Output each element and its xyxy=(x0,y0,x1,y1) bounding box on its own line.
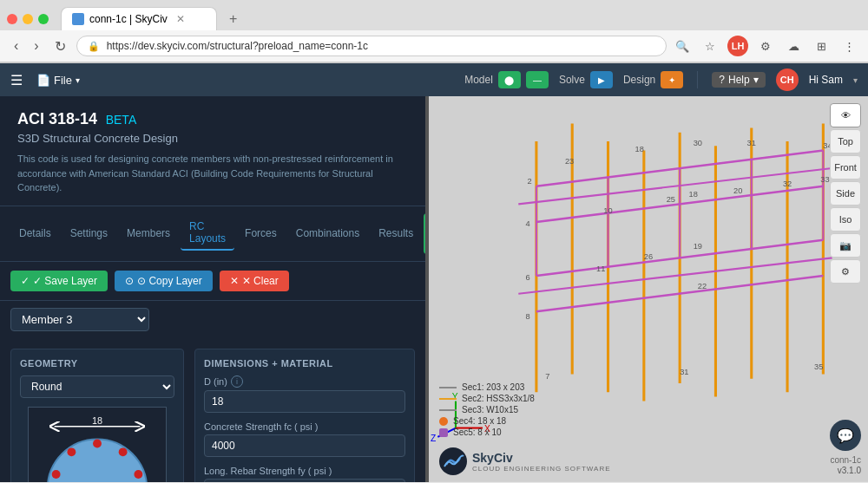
perspective-view-btn[interactable]: 👁 xyxy=(830,103,861,127)
minimize-button[interactable] xyxy=(23,14,33,24)
svg-point-11 xyxy=(67,447,76,456)
concrete-strength-input[interactable] xyxy=(204,434,405,457)
model-member-btn[interactable]: — xyxy=(526,71,549,88)
svg-text:6: 6 xyxy=(526,273,530,282)
traffic-lights xyxy=(7,14,49,24)
close-tab-icon[interactable]: ✕ xyxy=(176,13,185,25)
dimension-input[interactable] xyxy=(204,390,405,413)
legend: Sec1: 203 x 203 Sec2: HSS3x3x1/8 Sec3: W… xyxy=(439,382,535,439)
dimension-info-icon[interactable]: i xyxy=(231,375,243,388)
help-button[interactable]: ? Help ▾ xyxy=(712,72,765,88)
copy-icon: ⊙ xyxy=(125,275,134,287)
svg-point-4 xyxy=(119,447,128,456)
copy-layer-button[interactable]: ⊙ ⊙ Copy Layer xyxy=(115,271,213,291)
star-icon[interactable]: ☆ xyxy=(700,36,720,56)
svg-text:8: 8 xyxy=(526,312,530,321)
tab-forces[interactable]: Forces xyxy=(236,223,286,244)
concrete-strength-label: Concrete Strength fc ( psi ) xyxy=(204,421,405,432)
geometry-section-title: Geometry xyxy=(20,358,174,369)
tab-rc-layouts[interactable]: RC Layouts xyxy=(181,216,234,251)
left-panel: ACI 318-14 BETA S3D Structural Concrete … xyxy=(0,96,425,482)
svg-text:26: 26 xyxy=(644,252,653,261)
svg-text:18: 18 xyxy=(92,414,102,425)
svg-text:31: 31 xyxy=(680,368,688,376)
action-buttons: ✓ ✓ Save Layer ⊙ ⊙ Copy Layer ✕ ✕ Clear xyxy=(0,262,425,301)
perspective-icon: 👁 xyxy=(841,110,851,121)
file-icon: 📄 xyxy=(36,74,50,87)
new-tab-button[interactable]: + xyxy=(222,8,244,30)
tab-combinations[interactable]: Combinations xyxy=(287,223,368,244)
skyciv-text-block: SkyCiv CLOUD ENGINEERING SOFTWARE xyxy=(472,451,611,473)
maximize-button[interactable] xyxy=(38,14,49,24)
dimension-field: D (in) i xyxy=(204,375,405,413)
close-button[interactable] xyxy=(7,14,17,24)
chat-button[interactable]: 💬 xyxy=(830,420,861,451)
tab-settings[interactable]: Settings xyxy=(62,223,116,244)
panel-subtitle: S3D Structural Concrete Design xyxy=(17,132,408,145)
tab-members[interactable]: Members xyxy=(118,223,179,244)
svg-text:22: 22 xyxy=(698,283,707,291)
legend-dot-sec4 xyxy=(439,417,448,426)
clear-button[interactable]: ✕ ✕ Clear xyxy=(220,271,289,291)
save-layer-button[interactable]: ✓ ✓ Save Layer xyxy=(10,271,108,291)
legend-line-sec1 xyxy=(439,387,457,388)
skyciv-logo: SkyCiv CLOUD ENGINEERING SOFTWARE xyxy=(439,447,611,475)
svg-text:19: 19 xyxy=(694,242,702,251)
legend-line-sec3 xyxy=(439,409,457,411)
panel-header: ACI 318-14 BETA S3D Structural Concrete … xyxy=(0,96,425,206)
browser-icons: 🔍 ☆ LH ⚙ ☁ ⊞ ⋮ xyxy=(672,36,859,56)
svg-text:7: 7 xyxy=(545,372,549,381)
url-bar[interactable]: 🔒 https://dev.skyciv.com/structural?prel… xyxy=(76,36,667,56)
extensions-icon[interactable]: ⚙ xyxy=(755,36,776,56)
active-tab[interactable]: conn-1c | SkyCiv ✕ xyxy=(61,7,217,30)
conn-label: conn-1c xyxy=(830,455,861,465)
legend-item-sec2: Sec2: HSS3x3x1/8 xyxy=(439,394,535,403)
refresh-button[interactable]: ↻ xyxy=(49,36,71,56)
svg-text:10: 10 xyxy=(603,206,612,215)
model-node-btn[interactable]: ⬤ xyxy=(498,71,521,88)
hamburger-icon[interactable]: ☰ xyxy=(10,72,23,88)
profile-icon[interactable]: LH xyxy=(727,36,748,56)
main-content: ACI 318-14 BETA S3D Structural Concrete … xyxy=(0,96,868,482)
tab-details[interactable]: Details xyxy=(10,223,60,244)
member-select[interactable]: Member 3 xyxy=(10,308,149,331)
camera-icon: 📷 xyxy=(839,240,852,251)
legend-item-sec5: Sec5: 8 x 10 xyxy=(439,428,535,437)
svg-text:18: 18 xyxy=(688,190,697,199)
cloud-icon[interactable]: ☁ xyxy=(783,36,804,56)
menu-icon[interactable]: ⋮ xyxy=(838,36,859,56)
toolbar-left: ☰ 📄 File ▾ xyxy=(10,72,80,88)
view-settings-btn[interactable]: ⚙ xyxy=(830,259,861,284)
svg-text:32: 32 xyxy=(783,179,792,188)
user-avatar[interactable]: CH xyxy=(776,69,799,91)
back-button[interactable]: ‹ xyxy=(9,36,23,55)
tabs-bar: Details Settings Members RC Layouts Forc… xyxy=(0,206,425,262)
tab-results[interactable]: Results xyxy=(370,223,422,244)
svg-text:11: 11 xyxy=(596,264,605,273)
design-run-btn[interactable]: ✦ xyxy=(661,71,683,88)
search-icon[interactable]: 🔍 xyxy=(672,36,693,56)
iso-label: Iso xyxy=(839,214,852,225)
file-menu[interactable]: 📄 File ▾ xyxy=(36,74,80,87)
top-view-btn[interactable]: Top xyxy=(830,129,861,153)
panel-title: ACI 318-14 BETA xyxy=(17,110,408,128)
panel-description: This code is used for designing concrete… xyxy=(17,152,408,195)
solve-run-btn[interactable]: ▶ xyxy=(590,71,613,88)
bookmark-icon[interactable]: ⊞ xyxy=(811,36,832,56)
lock-icon: 🔒 xyxy=(88,41,100,52)
hi-label: Hi Sam xyxy=(809,74,843,86)
iso-view-btn[interactable]: Iso xyxy=(830,207,861,232)
forward-button[interactable]: › xyxy=(29,36,43,55)
screenshot-btn[interactable]: 📷 xyxy=(830,233,861,258)
svg-text:20: 20 xyxy=(733,186,742,195)
version-label: v3.1.0 xyxy=(838,466,861,475)
geometry-type-select[interactable]: Round xyxy=(20,375,174,398)
side-view-btn[interactable]: Side xyxy=(830,181,861,206)
geometry-panel: Geometry Round xyxy=(10,349,184,483)
help-icon: ? xyxy=(719,74,725,86)
front-view-btn[interactable]: Front xyxy=(830,155,861,179)
tab-title: conn-1c | SkyCiv xyxy=(89,13,168,25)
long-rebar-input[interactable] xyxy=(204,479,405,483)
svg-text:33: 33 xyxy=(820,175,829,184)
svg-text:Z: Z xyxy=(431,434,436,443)
